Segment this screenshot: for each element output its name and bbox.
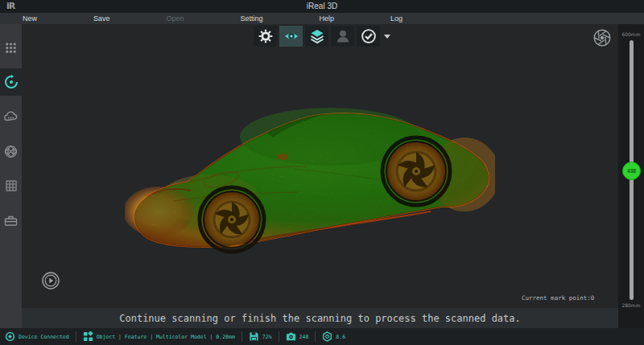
visibility-button[interactable]: [279, 26, 303, 47]
hint-message-bar: Continue scanning or finish the scanning…: [22, 308, 618, 328]
device-connected-icon: [5, 331, 15, 342]
device-status: Device Connected: [5, 331, 69, 342]
layers-icon: [309, 28, 325, 44]
distance-min-label: 280mm: [618, 302, 644, 308]
memory-usage-text: 72%: [262, 334, 272, 340]
save-memory-icon: [249, 331, 259, 342]
aperture-icon: [592, 28, 612, 47]
confirm-dropdown-caret[interactable]: [384, 35, 390, 39]
status-divider: [242, 331, 242, 342]
view-toolbar: [254, 26, 390, 47]
confirm-button[interactable]: [357, 26, 380, 47]
camera-icon: [286, 331, 296, 342]
menu-log[interactable]: Log: [390, 14, 402, 23]
status-divider: [279, 331, 279, 342]
stat-mark-points: Current mark point:0: [522, 293, 609, 303]
frame-status: 248: [286, 331, 309, 342]
eye-icon: [283, 28, 299, 44]
distance-max-label: 600mm: [618, 31, 644, 37]
sidebar-item-scan[interactable]: [0, 68, 22, 96]
layers-button[interactable]: [305, 26, 328, 47]
frame-count-text: 248: [299, 334, 309, 340]
sidebar-item-toolbox[interactable]: [0, 207, 22, 234]
scan-viewport[interactable]: Current mark point:0 Current point:17613…: [22, 24, 618, 308]
settings-button[interactable]: [254, 26, 277, 47]
gear-icon: [258, 28, 274, 44]
point-cloud-icon: [3, 109, 19, 125]
menu-save[interactable]: Save: [93, 14, 110, 23]
aperture-button[interactable]: [592, 28, 612, 47]
check-circle-icon: [361, 28, 377, 44]
fps-text: 8.6: [336, 334, 345, 340]
memory-status: 72%: [249, 331, 272, 342]
grid-mesh-icon: [4, 179, 19, 193]
toolbox-icon: [3, 213, 19, 228]
sidebar-item-apps[interactable]: [0, 34, 22, 61]
nut-fps-icon: [322, 331, 332, 342]
sidebar-item-point-cloud[interactable]: [0, 103, 22, 130]
status-divider: [76, 331, 76, 342]
title-bar: iR iReal 3D: [0, 0, 644, 13]
scan-mode-status: Object | Feature | Multicolor Model | 0.…: [83, 331, 235, 342]
menu-new[interactable]: New: [23, 14, 37, 23]
menu-setting[interactable]: Setting: [241, 14, 263, 23]
status-divider: [315, 331, 316, 342]
left-sidebar: [0, 24, 22, 328]
play-icon: [41, 271, 60, 290]
window-title: iReal 3D: [0, 2, 644, 10]
fps-status: 8.6: [322, 331, 345, 342]
menu-bar: New Save Open Setting Help Log: [0, 13, 644, 24]
status-bar: Device Connected Object | Feature | Mult…: [0, 328, 644, 345]
distance-slider-handle[interactable]: 438: [622, 162, 641, 180]
avatar-head-icon: [335, 28, 351, 44]
scanned-car-model: [125, 92, 495, 261]
mesh-sphere-icon: [3, 144, 19, 159]
device-status-text: Device Connected: [19, 334, 69, 340]
hint-message: Continue scanning or finish the scanning…: [119, 313, 521, 324]
avatar-mode-button[interactable]: [331, 26, 354, 47]
sidebar-item-mesh[interactable]: [0, 138, 22, 165]
menu-open: Open: [167, 14, 184, 23]
scan-mode-icon: [83, 331, 93, 342]
scan-mode-text: Object | Feature | Multicolor Model | 0.…: [97, 334, 235, 340]
resume-scan-button[interactable]: [41, 271, 60, 290]
apps-grid-icon: [4, 41, 18, 55]
scan-icon: [3, 74, 19, 90]
distance-slider-panel: 600mm 438 280mm: [618, 24, 644, 328]
menu-help[interactable]: Help: [320, 14, 335, 23]
sidebar-item-grid[interactable]: [0, 172, 22, 199]
